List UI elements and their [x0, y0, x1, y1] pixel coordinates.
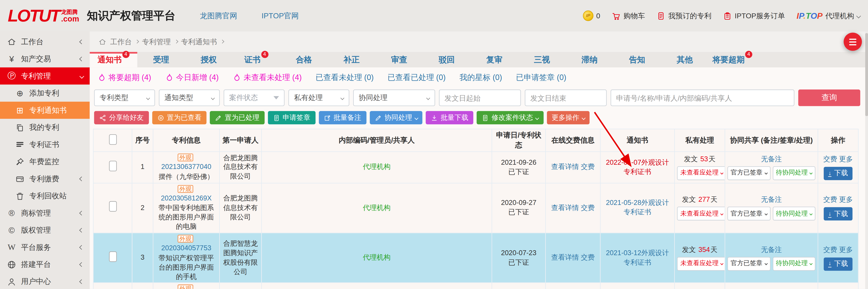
tab-correction[interactable]: 补正	[328, 52, 375, 68]
agency-menu[interactable]: IP.TOP 代理机构	[797, 11, 860, 21]
private-status-select[interactable]: 未查看应处理	[677, 207, 725, 221]
remark-link[interactable]: 无备注	[761, 155, 782, 163]
tab-notices[interactable]: 通知书4	[90, 52, 137, 68]
private-status-select[interactable]: 未查看应处理	[677, 166, 725, 180]
patent-number-link[interactable]: 2021306377040	[161, 163, 211, 171]
tab-expiring[interactable]: 将要超期4	[709, 52, 756, 68]
notice-link[interactable]: 2021-03-12外观设计专利证书	[606, 249, 669, 266]
download-button[interactable]: ↓下载	[824, 207, 852, 220]
query-button[interactable]: 查询	[798, 89, 860, 106]
row-checkbox[interactable]	[109, 251, 116, 262]
tab-rejection[interactable]: 驳回	[423, 52, 471, 68]
pay-fee-link[interactable]: 交费	[581, 163, 595, 171]
view-detail-link[interactable]: 查看详情	[551, 163, 579, 171]
iptop-orders-button[interactable]: IPTOP服务订单	[723, 11, 785, 21]
keyword-search-input[interactable]	[611, 89, 795, 106]
op-more-link[interactable]: 更多	[839, 155, 853, 163]
collab-status-select[interactable]: 待协同处理	[773, 166, 815, 180]
op-more-link[interactable]: 更多	[839, 196, 853, 204]
sidebar-item-patent-management[interactable]: Ⓟ专利管理	[0, 68, 90, 84]
tab-notification[interactable]: 告知	[613, 52, 661, 68]
quick-filter-expiring[interactable]: 将要超期 (4)	[97, 73, 151, 83]
sidebar-item-annuity-monitor[interactable]: 年费监控	[0, 153, 90, 170]
op-fee-link[interactable]: 交费	[823, 246, 837, 253]
bulk-note-button[interactable]: 批量备注	[318, 111, 366, 124]
collab-status-select[interactable]: 待协同处理	[773, 207, 815, 221]
sidebar-item-patent-notices[interactable]: ⊞专利通知书	[0, 102, 90, 119]
link-lotut-site[interactable]: 龙图腾官网	[200, 11, 237, 21]
tab-sanshi[interactable]: 三视	[518, 52, 566, 68]
collab-process-button[interactable]: 协同处理	[370, 111, 423, 124]
tab-examination[interactable]: 审查	[375, 52, 423, 68]
sidebar-item-my-patents[interactable]: 我的专利	[0, 119, 90, 136]
patent-number-link[interactable]: 2020304057753	[161, 244, 211, 252]
share-to-friends-button[interactable]: 分享给好友	[94, 111, 149, 124]
apply-signature-button[interactable]: 申请签章	[268, 111, 315, 124]
sidebar-item-add-patent[interactable]: ⊕添加专利	[0, 84, 90, 102]
more-actions-button[interactable]: 更多操作	[547, 111, 590, 124]
tab-acceptance[interactable]: 受理	[137, 52, 185, 68]
change-case-status-button[interactable]: 修改案件状态	[476, 111, 543, 124]
floating-menu-button[interactable]	[844, 33, 862, 51]
op-more-link[interactable]: 更多	[839, 246, 853, 253]
breadcrumb-patent-management[interactable]: 专利管理	[142, 37, 171, 47]
issue-date-start-input[interactable]	[439, 89, 521, 106]
view-detail-link[interactable]: 查看详情	[551, 254, 579, 261]
sidebar-item-user-center[interactable]: 用户中心	[0, 273, 90, 289]
breadcrumb-workbench[interactable]: 工作台	[110, 37, 132, 47]
op-fee-link[interactable]: 交费	[823, 155, 837, 163]
pay-fee-link[interactable]: 交费	[581, 254, 595, 261]
breadcrumb-patent-notices[interactable]: 专利通知书	[181, 37, 217, 47]
signature-status-select[interactable]: 官方已签章	[727, 257, 770, 270]
patent-type-select[interactable]: 专利类型	[94, 89, 155, 106]
page-scrollbar[interactable]	[865, 32, 868, 289]
download-button[interactable]: ↓下载	[824, 257, 852, 270]
patent-number-link[interactable]: 202030581269X	[161, 194, 212, 202]
mark-viewed-button[interactable]: 置为已查看	[152, 111, 207, 124]
sidebar-item-patent-recycle-bin[interactable]: 专利回收站	[0, 187, 90, 204]
tab-reexamination[interactable]: 复审	[471, 52, 518, 68]
mark-processed-button[interactable]: 置为已处理	[210, 111, 265, 124]
op-fee-link[interactable]: 交费	[823, 196, 837, 204]
sidebar-item-platform-services[interactable]: W平台服务	[0, 239, 90, 256]
reserved-patents-button[interactable]: 我预订的专利	[657, 11, 712, 21]
sidebar-item-workbench[interactable]: 工作台	[0, 33, 90, 50]
issue-date-end-input[interactable]	[525, 89, 607, 106]
signature-status-select[interactable]: 官方已签章	[727, 207, 770, 221]
tab-certificate[interactable]: 证书4	[232, 52, 280, 68]
link-iptop-site[interactable]: IPTOP官网	[261, 11, 299, 21]
scrollbar-thumb[interactable]	[865, 33, 868, 116]
case-status-select[interactable]: 案件状态	[224, 89, 285, 106]
download-button[interactable]: ↓下载	[824, 167, 852, 180]
tab-late-fee[interactable]: 滞纳	[566, 52, 613, 68]
private-status-select[interactable]: 未查看应处理	[677, 257, 725, 270]
row-checkbox[interactable]	[109, 201, 116, 212]
quick-filter-new-today[interactable]: 今日新增 (4)	[165, 73, 219, 83]
view-detail-link[interactable]: 查看详情	[551, 204, 579, 212]
sidebar-item-ip-trade[interactable]: ¥知产交易	[0, 50, 90, 67]
cart-button[interactable]: 购物车	[612, 11, 645, 21]
bulk-download-button[interactable]: 批量下载	[426, 111, 473, 124]
notice-type-select[interactable]: 通知类型	[159, 89, 220, 106]
remark-link[interactable]: 无备注	[761, 246, 782, 253]
tab-grant[interactable]: 授权	[185, 52, 232, 68]
sidebar-item-copyright-management[interactable]: ©版权管理	[0, 221, 90, 239]
sidebar-item-patent-payment[interactable]: 专利缴费	[0, 170, 90, 187]
quick-filter-viewed-processed[interactable]: 已查看已处理 (0)	[388, 73, 445, 83]
sidebar-item-patent-certificates[interactable]: 专利证书	[0, 136, 90, 153]
private-process-select[interactable]: 私有处理	[288, 89, 349, 106]
notice-link[interactable]: 2022-01-07外观设计专利证书	[606, 158, 669, 176]
signature-status-select[interactable]: 官方已签章	[727, 166, 770, 180]
sidebar-item-build-platform[interactable]: 搭建平台	[0, 256, 90, 273]
quick-filter-signed[interactable]: 已申请签章 (0)	[516, 73, 566, 83]
collab-status-select[interactable]: 待协同处理	[773, 257, 815, 270]
sidebar-item-trademark-management[interactable]: ®商标管理	[0, 205, 90, 221]
notice-link[interactable]: 2021-05-28外观设计专利证书	[606, 199, 669, 216]
tab-qualified[interactable]: 合格	[280, 52, 328, 68]
pay-fee-link[interactable]: 交费	[581, 204, 595, 212]
quick-filter-viewed-unprocessed[interactable]: 已查看未处理 (0)	[315, 73, 374, 83]
quick-filter-unviewed-unprocessed[interactable]: 未查看未处理 (4)	[232, 73, 302, 83]
collab-process-select[interactable]: 协同处理	[353, 89, 435, 106]
quick-filter-starred[interactable]: 我的星标 (0)	[460, 73, 502, 83]
ip-coin[interactable]: IP 0	[583, 10, 600, 21]
